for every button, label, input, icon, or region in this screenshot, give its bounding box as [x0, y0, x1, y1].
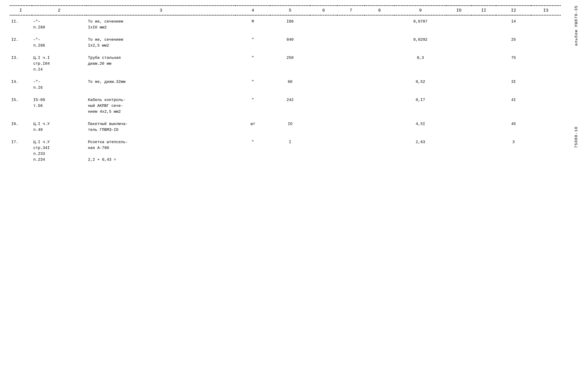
header-col-5: 5: [270, 6, 310, 15]
header-col-8: 8: [364, 6, 394, 15]
header-col-3: 3: [86, 6, 235, 15]
row-unit: ": [235, 34, 270, 52]
header-col-6: 6: [310, 6, 337, 15]
side-label-bottom: 75080-10: [574, 126, 579, 148]
table-row: I6. Ц.I ч.Уп.49 Пакетный выключа-тель ГП…: [10, 118, 561, 136]
row-desc: Кабель контроль-ный АКПВГ сече-нием 4x2,…: [86, 94, 235, 118]
header-col-13: I3: [531, 6, 561, 15]
row-num: I7.: [10, 136, 32, 166]
row-qty: IO: [270, 118, 310, 136]
table-row: I3. Ц.I ч.Iстр.I04п.I4 Труба стальнаядиа…: [10, 52, 561, 76]
row-unit: М: [235, 15, 270, 34]
row-ref: Ц.I ч.Iстр.I04п.I4: [32, 52, 86, 76]
table-row: I7. Ц.I ч.Устр.34Iп.233п.234 Розетка ште…: [10, 136, 561, 166]
side-label-top: альбом УШ870-35: [574, 5, 579, 46]
row-val: 2,63: [394, 136, 446, 166]
row-num: I2.: [10, 34, 32, 52]
row-unit: ": [235, 94, 270, 118]
row-qty: 242: [270, 94, 310, 118]
row-unit: ": [235, 136, 270, 166]
table-row: I4. –"–п.I6 То же, диам.32мм " 60 0,52 3…: [10, 76, 561, 94]
row-total: 45: [496, 118, 531, 136]
row-desc: То же, диам.32мм: [86, 76, 235, 94]
header-col-11: II: [471, 6, 496, 15]
row-total: I4: [496, 15, 531, 34]
row-num: I4.: [10, 76, 32, 94]
row-ref: –"–п.I6: [32, 76, 86, 94]
row-desc: То же, сечениемIx2,5 мм2: [86, 34, 235, 52]
header-col-1: I: [10, 6, 32, 15]
row-val: 4,5I: [394, 118, 446, 136]
row-num: I3.: [10, 52, 32, 76]
header-col-7: 7: [337, 6, 365, 15]
header-col-4: 4: [235, 6, 270, 15]
row-unit: ": [235, 76, 270, 94]
row-num: I5.: [10, 94, 32, 118]
row-num: II.: [10, 15, 32, 34]
table-row: I5. I5-09т.56 Кабель контроль-ный АКПВГ …: [10, 94, 561, 118]
row-desc: Пакетный выключа-тель ГПВМЗ–IO: [86, 118, 235, 136]
table-row: I2. –"–п.I86 То же, сечениемIx2,5 мм2 " …: [10, 34, 561, 52]
row-val: 0,3: [394, 52, 446, 76]
row-total: 25: [496, 34, 531, 52]
table-row: II. –"–п.I89 То же, сечениемIxIO мм2 М I…: [10, 15, 561, 34]
row-total: 3I: [496, 76, 531, 94]
header-col-9: 9: [394, 6, 446, 15]
header-col-10: IO: [446, 6, 471, 15]
row-total: 3: [496, 136, 531, 166]
row-ref: –"–п.I86: [32, 34, 86, 52]
row-num: I6.: [10, 118, 32, 136]
header-col-2: 2: [32, 6, 86, 15]
row-ref: Ц.I ч.Устр.34Iп.233п.234: [32, 136, 86, 166]
row-val: 0,52: [394, 76, 446, 94]
row-ref: –"–п.I89: [32, 15, 86, 34]
row-qty: 840: [270, 34, 310, 52]
row-qty: I: [270, 136, 310, 166]
row-ref: Ц.I ч.Уп.49: [32, 118, 86, 136]
row-qty: 250: [270, 52, 310, 76]
row-ref: I5-09т.56: [32, 94, 86, 118]
row-desc: Розетка штепсель-ная А-7002,2 + 0,43 =: [86, 136, 235, 166]
page-container: альбом УШ870-35 75080-10 I 2 3 4 5 6 7 8…: [10, 5, 579, 166]
row-qty: 60: [270, 76, 310, 94]
row-unit: шт: [235, 118, 270, 136]
row-val: 0,I7: [394, 94, 446, 118]
row-val: 0,0787: [394, 15, 446, 34]
main-table: I 2 3 4 5 6 7 8 9 IO II I2 I3 II. –"–п.I…: [10, 5, 561, 166]
header-row: I 2 3 4 5 6 7 8 9 IO II I2 I3: [10, 6, 561, 15]
row-total: 75: [496, 52, 531, 76]
row-unit: ": [235, 52, 270, 76]
row-desc: То же, сечениемIxIO мм2: [86, 15, 235, 34]
row-val: 0,0292: [394, 34, 446, 52]
row-total: 4I: [496, 94, 531, 118]
row-qty: I80: [270, 15, 310, 34]
row-desc: Труба стальнаядиам.20 мм: [86, 52, 235, 76]
header-col-12: I2: [496, 6, 531, 15]
